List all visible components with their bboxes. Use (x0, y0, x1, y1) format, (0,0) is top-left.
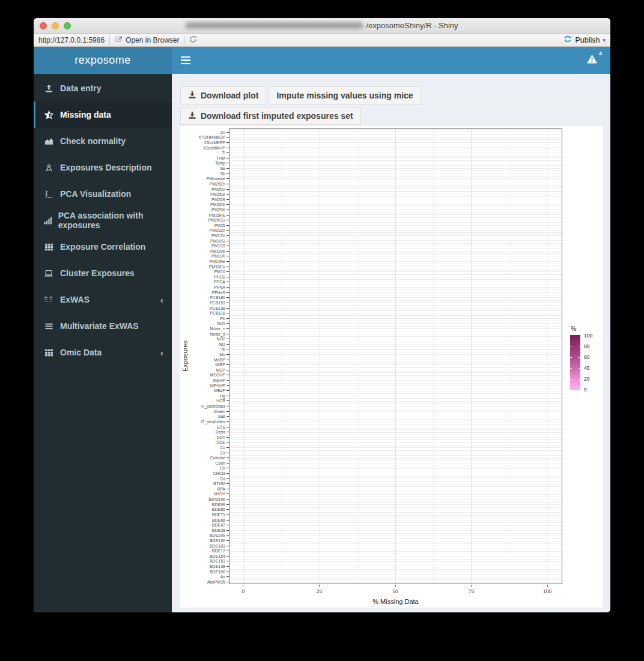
y-axis-label: NOx (180, 321, 229, 327)
refresh-button[interactable] (189, 35, 197, 45)
sidebar-item-label: PCA association with exposures (58, 211, 166, 230)
sidebar-item-check-normality[interactable]: Check normality (34, 128, 172, 154)
legend-tick-label: 40 (584, 365, 592, 371)
y-axis-label: PM10K (180, 254, 229, 259)
y-axis-label: CHCl3 (180, 471, 229, 476)
sidebar-item-exposure-correlation[interactable]: Exposure Correlation (34, 234, 172, 260)
bar-chart-icon (43, 216, 53, 225)
y-axis-label: MnBP (180, 357, 229, 363)
y-axis-label: BTHM (180, 481, 229, 486)
minor-gridline (282, 129, 282, 584)
sidebar-item-label: Data entry (60, 83, 101, 93)
legend-bar-tick (579, 379, 580, 380)
sidebar-item-multivariate-exwas[interactable]: Multivariate ExWAS (34, 313, 172, 339)
y-axis-label: BDE209 (180, 533, 229, 539)
y-axis-label: BDE154 (180, 554, 229, 559)
x-tick-mark (471, 585, 472, 587)
impute-missing-values-button[interactable]: Impute missing values using mice (269, 86, 421, 104)
laptop-icon (43, 269, 55, 278)
open-in-browser-button[interactable]: Open in Browser (115, 35, 179, 44)
legend-bar-tick (579, 346, 580, 346)
alerts-menu-button[interactable]: 4 (584, 53, 600, 68)
y-axis-label: Co (180, 466, 229, 471)
sidebar-item-data-entry[interactable]: Data entry (34, 75, 172, 101)
y-axis-label: DDE (180, 440, 229, 445)
y-axis-label: Noise_d (180, 331, 229, 337)
y-axis-label: Ni (180, 347, 229, 352)
sidebar-item-missing-data[interactable]: Missing data (34, 101, 172, 128)
download-icon (188, 111, 196, 121)
sidebar-item-label: Missing data (60, 110, 111, 119)
y-axis-label: BDE47 (180, 522, 229, 528)
sidebar-item-pca-association-with-exposures[interactable]: PCA association with exposures (34, 207, 172, 234)
sidebar-item-label: PCA Visualization (60, 189, 131, 199)
impute-label: Impute missing values using mice (276, 91, 413, 100)
y-axis-label: BDE66 (180, 518, 229, 523)
download-plot-button[interactable]: Download plot (180, 86, 266, 104)
major-gridline (471, 129, 472, 584)
window-title: /exposomeShiny/R - Shiny (34, 21, 610, 30)
y-axis-label: PM25CU (180, 217, 229, 223)
hamburger-icon[interactable] (172, 47, 199, 74)
y-axis-label: DDT (180, 435, 229, 440)
alert-count-badge: 4 (599, 50, 602, 56)
y-axis-label: X7OHMMeOP (180, 135, 229, 140)
url-text: http://127.0.0.1:5986 (38, 36, 105, 44)
sidebar-item-pca-visualization[interactable]: PCA Visualization (34, 181, 172, 207)
missing-data-plot: Exposures ZnX7OHMMeOPX5cxMEPPX2cxMMHPTlT… (180, 126, 603, 608)
app-logo[interactable]: rexposome (34, 47, 172, 74)
viewer-toolbar: http://127.0.0.1:5986 Open in Browser Pu… (34, 34, 610, 47)
y-axis-label: PM10S (180, 243, 229, 249)
y-axis-label: PM10 (180, 269, 229, 274)
minor-gridline (433, 129, 434, 584)
y-axis-label: Temp (180, 161, 229, 166)
legend-bar-tick (570, 346, 572, 346)
y-axis-label: PM25FE (180, 213, 229, 218)
x-tick-mark (319, 585, 320, 587)
color-legend: % 100806040200 (570, 325, 592, 393)
y-axis-label: THM (180, 155, 229, 161)
window-titlebar[interactable]: /exposomeShiny/R - Shiny (34, 18, 610, 34)
y-axis-label: G_pesticides (180, 419, 229, 424)
major-gridline (395, 129, 396, 584)
sidebar-item-label: Cluster Exposures (60, 268, 135, 278)
x-axis-title: % Missing Data (229, 598, 562, 605)
x-tick-mark (395, 585, 396, 587)
y-axis-label: bHCH (180, 492, 229, 497)
y-axis-label: Hg (180, 393, 229, 399)
y-axis-label: BDE190 (180, 538, 229, 543)
sidebar-item-cluster-exposures[interactable]: Cluster Exposures (34, 260, 172, 286)
x-tick-mark (243, 585, 243, 587)
legend-tick-label: 0 (584, 387, 592, 393)
y-axis-label: PM10Cu (180, 264, 229, 270)
y-axis-label: BDE71 (180, 512, 229, 518)
y-axis-label: PM10SI (180, 238, 229, 244)
sidebar-item-omic-data[interactable]: Omic Data‹ (34, 339, 172, 366)
legend-bar-tick (570, 368, 572, 369)
y-axis-label: NO2 (180, 336, 229, 342)
open-in-browser-icon (115, 35, 123, 44)
y-axis-label: PM25Ni (180, 202, 229, 208)
y-axis-label: MEOHP (180, 373, 229, 378)
download-imputed-exposures-button[interactable]: Download first imputed exposures set (180, 107, 361, 125)
sidebar-menu: Data entryMissing dataCheck normalityExp… (34, 74, 172, 612)
app-header: rexposome 4 (34, 47, 610, 74)
area-chart-icon (43, 137, 55, 146)
legend-bar-tick (579, 368, 580, 369)
y-axis-label: Tl (180, 150, 229, 155)
legend-title: % (571, 325, 592, 332)
y-axis-label: Cu (180, 445, 229, 450)
y-axis-label: PM25S (180, 197, 229, 202)
y-axis-label: PCB180 (180, 295, 229, 301)
sidebar-item-exposures-description[interactable]: Exposures Description (34, 154, 172, 181)
y-axis-label: AbsPM25 (180, 579, 229, 585)
major-gridline (244, 129, 245, 584)
legend-tick-label: 100 (584, 333, 592, 339)
legend-tick-label: 80 (584, 343, 592, 349)
publish-button[interactable]: Publish ▾ (564, 35, 606, 45)
sidebar-item-exwas[interactable]: ExWAS‹ (34, 286, 172, 313)
legend-bar-tick (579, 357, 580, 358)
y-axis-label: BDE17 (180, 548, 229, 554)
y-axis-label: X5cxMEPP (180, 140, 229, 145)
x-tick-label: 0 (242, 588, 245, 594)
